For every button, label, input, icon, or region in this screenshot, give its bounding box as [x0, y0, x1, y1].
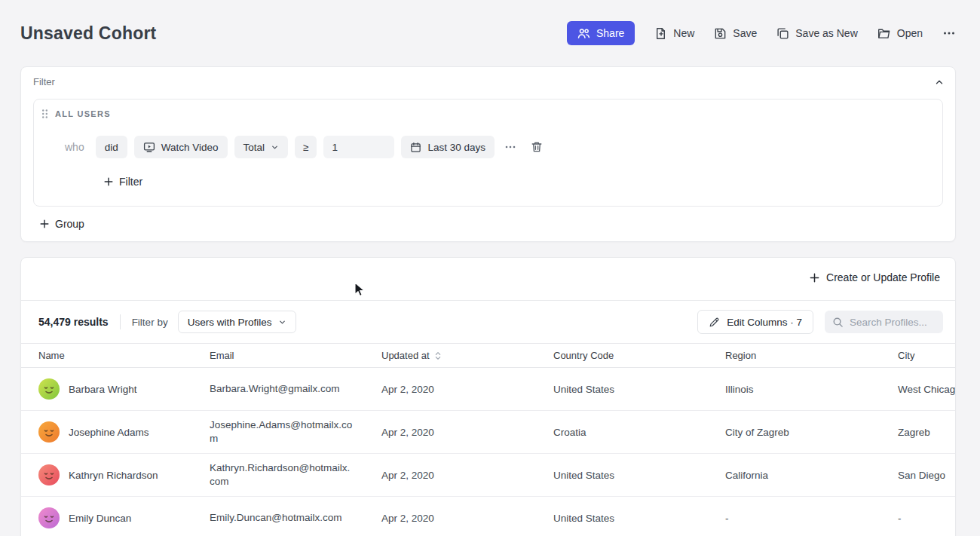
folder-icon [877, 27, 891, 40]
drag-handle-icon[interactable] [41, 109, 48, 119]
create-or-update-profile-button[interactable]: Create or Update Profile [809, 271, 940, 283]
table-row[interactable]: Kathryn Richardson Kathryn.Richardson@ho… [21, 454, 955, 497]
profile-country-code: United States [553, 470, 725, 481]
aggregation-label: Total [243, 142, 265, 153]
profile-region: California [725, 470, 898, 481]
add-filter-label: Filter [119, 176, 142, 188]
aggregation-selector[interactable]: Total [234, 136, 289, 158]
edit-columns-button[interactable]: Edit Columns · 7 [697, 310, 813, 334]
new-button[interactable]: New [654, 27, 694, 40]
search-icon [832, 317, 844, 328]
profile-region: City of Zagreb [725, 427, 898, 438]
column-header-region[interactable]: Region [725, 350, 898, 361]
avatar [38, 421, 60, 443]
profiles-search[interactable] [825, 311, 943, 333]
operator-selector[interactable]: ≥ [295, 136, 317, 158]
avatar [38, 378, 60, 400]
add-group-button[interactable]: Group [39, 213, 84, 235]
table-row[interactable]: Josephine Adams Josephine.Adams@hotmailx… [21, 411, 955, 454]
condition-more-options-button[interactable] [504, 141, 516, 153]
profile-city: Zagreb [898, 427, 956, 438]
divider [120, 314, 121, 329]
video-event-icon [143, 141, 155, 153]
profile-city: - [898, 513, 956, 524]
add-group-label: Group [55, 218, 84, 230]
profiles-filter-dropdown[interactable]: Users with Profiles [178, 311, 297, 333]
profile-name: Josephine Adams [69, 427, 149, 438]
plus-icon [103, 176, 114, 187]
profile-updated-at: Apr 2, 2020 [381, 513, 553, 524]
save-as-new-button[interactable]: Save as New [776, 27, 857, 40]
share-button[interactable]: Share [567, 21, 635, 45]
profile-region: Illinois [725, 384, 898, 395]
add-filter-button[interactable]: Filter [103, 170, 142, 193]
column-header-email[interactable]: Email [210, 350, 381, 361]
sort-icon[interactable] [434, 351, 442, 360]
profile-email: Emily.Duncan@hotmailx.com [210, 511, 381, 525]
threshold-value-input[interactable] [323, 136, 394, 158]
open-button[interactable]: Open [877, 27, 923, 40]
header-overflow-menu-button[interactable] [942, 26, 956, 40]
open-button-label: Open [897, 27, 923, 39]
page-title: Unsaved Cohort [20, 23, 156, 44]
profile-email: Barbara.Wright@gmailx.com [210, 382, 381, 396]
plus-icon [809, 272, 820, 283]
save-icon [714, 27, 727, 40]
event-label: Watch Video [161, 142, 219, 153]
table-row[interactable]: Emily Duncan Emily.Duncan@hotmailx.com A… [21, 497, 955, 536]
filter-by-label: Filter by [132, 317, 168, 328]
profiles-panel: Create or Update Profile 54,479 results … [20, 257, 956, 536]
save-as-new-button-label: Save as New [795, 27, 857, 39]
header-actions: Share New Save Save as New Open [567, 21, 956, 45]
table-header-row: Name Email Updated at Country Code Regio… [21, 343, 955, 368]
calendar-icon [410, 142, 421, 153]
profile-country-code: United States [553, 513, 725, 524]
profile-name-cell: Barbara Wright [38, 378, 210, 400]
avatar [38, 507, 60, 528]
chevron-down-icon [278, 318, 286, 326]
plus-icon [39, 219, 50, 229]
column-header-city[interactable]: City [898, 350, 956, 361]
create-or-update-profile-label: Create or Update Profile [826, 271, 940, 283]
results-count: 54,479 results [38, 316, 109, 328]
share-button-label: Share [596, 27, 624, 39]
avatar [38, 464, 60, 485]
profiles-filter-value: Users with Profiles [188, 317, 272, 328]
save-button[interactable]: Save [714, 27, 757, 40]
search-profiles-input[interactable] [850, 317, 936, 328]
profile-name-cell: Emily Duncan [38, 507, 210, 528]
save-button-label: Save [733, 27, 757, 39]
pencil-icon [709, 317, 720, 328]
who-label: who [65, 141, 84, 153]
filter-group-box: ALL USERS who did Watch Video Total ≥ [33, 99, 943, 207]
page-header: Unsaved Cohort Share New Save Save as Ne… [0, 0, 980, 66]
profile-city: San Diego [898, 470, 956, 481]
filter-panel-label: Filter [33, 76, 55, 87]
ellipsis-icon [942, 26, 956, 40]
profile-country-code: Croatia [553, 427, 725, 438]
profile-name-cell: Kathryn Richardson [38, 464, 210, 485]
trash-icon [531, 141, 543, 153]
did-selector[interactable]: did [96, 136, 127, 158]
profile-region: - [725, 513, 898, 524]
profile-country-code: United States [553, 384, 725, 395]
chevron-down-icon [271, 143, 279, 152]
filter-condition-row: who did Watch Video Total ≥ [65, 136, 930, 158]
profile-name-cell: Josephine Adams [38, 421, 210, 443]
profile-name: Barbara Wright [69, 384, 137, 395]
profile-name: Kathryn Richardson [69, 470, 158, 481]
profile-email: Kathryn.Richardson@hotmailx.com [210, 461, 381, 489]
copy-icon [776, 27, 789, 40]
column-header-name[interactable]: Name [38, 350, 210, 361]
profile-updated-at: Apr 2, 2020 [381, 427, 553, 438]
column-header-updated-at[interactable]: Updated at [381, 350, 553, 361]
profile-email: Josephine.Adams@hotmailx.com [210, 418, 381, 446]
profiles-header-section: Create or Update Profile [21, 258, 955, 300]
table-row[interactable]: Barbara Wright Barbara.Wright@gmailx.com… [21, 368, 955, 411]
collapse-chevron-up-icon[interactable] [934, 77, 945, 87]
column-header-country-code[interactable]: Country Code [553, 350, 725, 361]
event-selector[interactable]: Watch Video [134, 136, 228, 158]
date-range-selector[interactable]: Last 30 days [401, 136, 495, 158]
delete-condition-button[interactable] [531, 141, 543, 153]
new-button-label: New [673, 27, 694, 39]
